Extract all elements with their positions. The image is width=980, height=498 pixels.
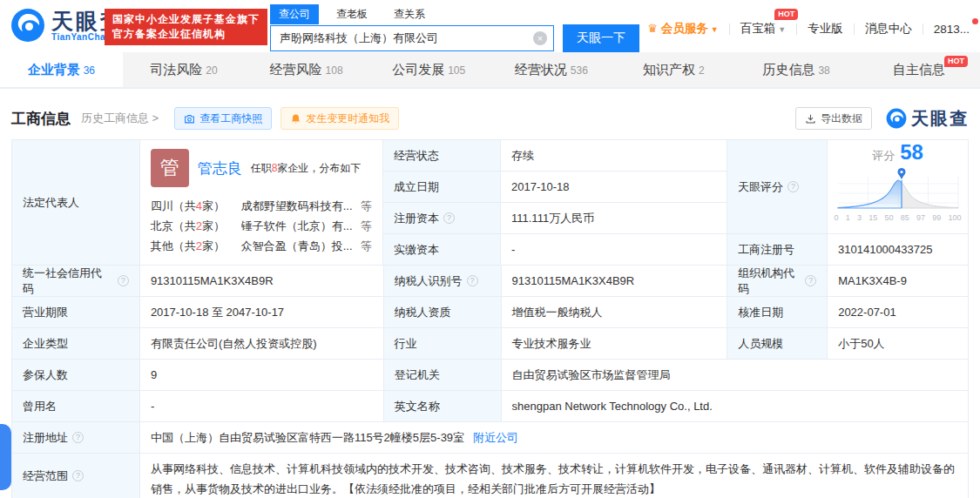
org-code-label-cell: 组织机构代码 xyxy=(727,266,828,297)
business-scope-label-cell: 经营范围 xyxy=(12,454,140,498)
credit-code-value-cell: 91310115MA1K3X4B9R xyxy=(140,266,384,297)
business-scope-value-cell: 从事网络科技、信息技术、计算机科技领域内的技术开发、技术咨询、技术服务、技术转让… xyxy=(140,454,969,498)
rep-company-link[interactable]: 成都野望数码科技有... xyxy=(241,199,355,214)
clear-search-icon[interactable]: × xyxy=(533,31,547,45)
table-row: 企业类型 有限责任公司(自然人投资或控股) 行业 专业技术服务业 人员规模 小于… xyxy=(12,328,969,360)
tab-company-development[interactable]: 公司发展105 xyxy=(368,52,490,87)
company-type-label-cell: 企业类型 xyxy=(12,328,140,360)
approval-date-value-cell: 2022-07-01 xyxy=(828,297,969,328)
help-icon[interactable] xyxy=(118,275,129,286)
score-word: 评分 xyxy=(872,148,895,164)
watermark-brand-text: 天眼查 xyxy=(911,107,969,131)
top-bar: 天眼查 TianYanCha.com 国家中小企业发展子基金旗下 官方备案企业征… xyxy=(0,0,980,52)
notify-on-change-label: 发生变更时通知我 xyxy=(306,111,389,126)
menu-message-center[interactable]: 消息中心 xyxy=(855,21,923,37)
table-row: 曾用名 - 英文名称 shengpan Network Technology C… xyxy=(12,391,969,422)
paid-capital-value-cell: - xyxy=(501,234,727,266)
tab-count: 2 xyxy=(699,64,705,77)
established-label-cell: 成立日期 xyxy=(383,172,501,203)
tab-history-info[interactable]: 历史信息38 xyxy=(735,52,858,87)
notify-on-change-button[interactable]: 发生变更时通知我 xyxy=(280,107,399,130)
search-input[interactable] xyxy=(270,25,554,51)
export-data-label: 导出数据 xyxy=(821,111,862,126)
approval-date-label-cell: 核准日期 xyxy=(727,297,828,328)
export-data-button[interactable]: 导出数据 xyxy=(795,107,872,130)
download-icon xyxy=(805,113,816,124)
tab-company-background[interactable]: 企业背景36 xyxy=(0,52,123,87)
chevron-down-icon: ▼ xyxy=(778,25,786,34)
search-block: 查公司 查老板 查关系 × 天眼一下 xyxy=(270,5,639,52)
help-icon[interactable] xyxy=(467,275,478,286)
hot-badge: HOT xyxy=(944,56,968,67)
taxpayer-quality-label-cell: 纳税人资质 xyxy=(384,297,502,328)
menu-vip-services[interactable]: ♛会员服务▼ xyxy=(637,21,729,37)
org-code-value-cell: MA1K3X4B-9 xyxy=(828,266,969,297)
staff-size-value-cell: 小于50人 xyxy=(828,328,969,360)
registry-value-cell: 自由贸易试验区市场监督管理局 xyxy=(502,360,969,391)
menu-toolbox[interactable]: HOT 百宝箱▼ xyxy=(730,21,796,37)
tab-label: 历史信息 xyxy=(762,62,814,78)
reg-number-value-cell: 310141000433725 xyxy=(828,234,969,266)
search-tab-boss[interactable]: 查老板 xyxy=(328,4,376,24)
former-name-label-cell: 曾用名 xyxy=(12,391,140,422)
taxpayer-id-label-cell: 纳税人识别号 xyxy=(384,266,502,297)
help-icon[interactable] xyxy=(72,432,84,443)
history-business-info-link[interactable]: 历史工商信息 > xyxy=(81,111,159,126)
staff-size-label-cell: 人员规模 xyxy=(727,328,828,360)
english-name-label-cell: 英文名称 xyxy=(384,391,502,422)
help-icon[interactable] xyxy=(443,212,455,224)
tab-intellectual-property[interactable]: 知识产权2 xyxy=(612,52,735,87)
table-row: 统一社会信用代码 91310115MA1K3X4B9R 纳税人识别号 91310… xyxy=(12,266,969,297)
search-button[interactable]: 天眼一下 xyxy=(563,24,639,52)
tab-label: 经营风险 xyxy=(270,62,322,78)
search-input-wrap: × xyxy=(270,25,554,51)
rep-company-link[interactable]: 锤子软件（北京）有... xyxy=(241,219,355,234)
tab-label: 公司发展 xyxy=(392,62,444,78)
legal-rep-avatar[interactable]: 管 xyxy=(151,149,189,187)
tab-label: 司法风险 xyxy=(150,62,202,78)
menu-vip-label: 会员服务 xyxy=(661,22,708,35)
reg-number-label-cell: 工商注册号 xyxy=(727,234,828,266)
tab-judicial-risk[interactable]: 司法风险20 xyxy=(123,52,246,87)
rep-region: 四川（共4家） xyxy=(151,199,241,214)
rep-company-row: 其他（共2家） 众智合盈（青岛）投... 等 xyxy=(151,236,372,256)
camera-icon xyxy=(184,113,195,124)
view-snapshot-button[interactable]: 查看工商快照 xyxy=(174,107,272,130)
legal-rep-name-link[interactable]: 管志良 xyxy=(198,158,242,178)
tab-self-published-info[interactable]: 自主信息 HOT xyxy=(857,52,980,87)
tab-count: 536 xyxy=(571,64,588,77)
section-header-right: 导出数据 天眼查 xyxy=(795,107,969,131)
help-icon[interactable] xyxy=(805,275,816,286)
tab-label: 企业背景 xyxy=(28,62,80,78)
floating-side-widget[interactable] xyxy=(0,424,11,490)
nearby-companies-link[interactable]: 附近公司 xyxy=(473,430,518,446)
help-icon[interactable] xyxy=(787,181,799,192)
score-value: 58 xyxy=(900,142,923,163)
menu-pro-version[interactable]: 专业版 xyxy=(797,21,854,37)
row1-right-grid: 经营状态 存续 天眼评分 评分 58 xyxy=(383,140,969,266)
tab-operating-risk[interactable]: 经营风险108 xyxy=(245,52,368,87)
tab-count: 36 xyxy=(84,64,95,77)
score-label-cell: 天眼评分 xyxy=(727,140,828,234)
search-tab-company[interactable]: 查公司 xyxy=(270,4,319,24)
score-chart-cell: 评分 58 xyxy=(828,140,969,234)
help-icon[interactable] xyxy=(72,470,84,481)
taxpayer-id-value-cell: 91310115MA1K3X4B9R xyxy=(502,266,728,297)
company-type-value-cell: 有限责任公司(自然人投资或控股) xyxy=(140,328,384,360)
table-row: 参保人数 9 登记机关 自由贸易试验区市场监督管理局 xyxy=(12,360,969,391)
search-tab-relation[interactable]: 查关系 xyxy=(385,4,434,24)
rep-company-link[interactable]: 众智合盈（青岛）投... xyxy=(241,239,355,254)
field-label: 法定代表人 xyxy=(23,195,79,211)
business-info-section-header: 工商信息 历史工商信息 > 查看工商快照 发生变更时通知我 导出数据 xyxy=(11,99,969,138)
tab-operating-status[interactable]: 经营状况536 xyxy=(490,52,613,87)
table-row: 注册地址 中国（上海）自由贸易试验区富特西一路115号2幢楼5层5-39室 附近… xyxy=(12,422,969,454)
top-menu: ♛会员服务▼ HOT 百宝箱▼ 专业版 消息中心 2813... xyxy=(637,21,980,37)
business-term-value-cell: 2017-10-18 至 2047-10-17 xyxy=(140,297,384,328)
crown-icon: ♛ xyxy=(647,22,658,35)
score-axis-labels: 0131550859799100 xyxy=(835,213,962,222)
table-row: 法定代表人 管 管志良 任职8家企业，分布如下 四川（共4家） 成都野望数码科技… xyxy=(12,140,969,266)
industry-label-cell: 行业 xyxy=(384,328,502,360)
menu-account-phone[interactable]: 2813... xyxy=(923,23,980,36)
legal-rep-note: 任职8家企业，分布如下 xyxy=(251,161,362,176)
legal-rep-value-cell: 管 管志良 任职8家企业，分布如下 四川（共4家） 成都野望数码科技有... 等… xyxy=(140,140,383,266)
